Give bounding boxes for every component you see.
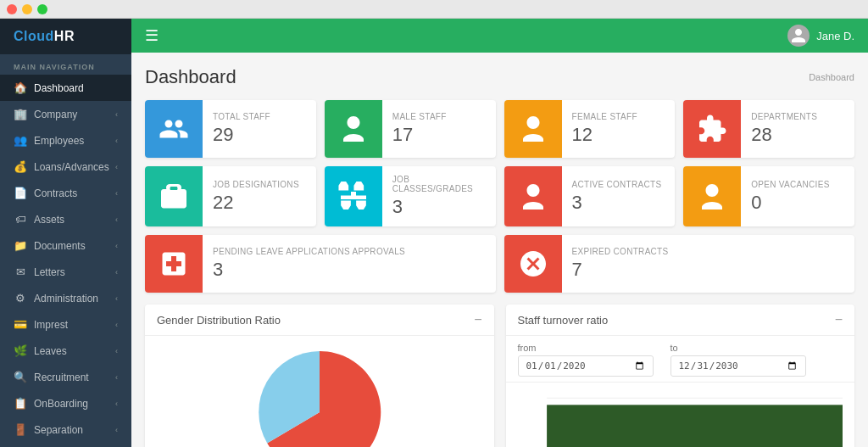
sidebar-icon-contracts: 📄 (14, 187, 27, 199)
sidebar-item-grievances[interactable]: ⚠ Grievances ‹ (0, 443, 131, 447)
sidebar-label-onboarding: OnBoarding (34, 398, 88, 410)
sidebar-item-employees[interactable]: 👥 Employees ‹ (0, 127, 131, 154)
stat-card-total-staff[interactable]: TOTAL STAFF 29 (145, 100, 316, 158)
stat-info-job-designations: JOB DESIGNATIONS 22 (203, 166, 309, 226)
stat-value-active-contracts: 3 (572, 192, 662, 214)
stat-card-pending-leave[interactable]: PENDING LEAVE APPLICATIONS APPROVALS 3 (145, 235, 496, 293)
sidebar-nav: 🏠 Dashboard 🏢 Company ‹ 👥 Employees ‹ 💰 … (0, 75, 131, 447)
sidebar-icon-letters: ✉ (14, 265, 27, 278)
stat-card-female-staff[interactable]: FEMALE STAFF 12 (504, 100, 676, 158)
sidebar-icon-imprest: 💳 (14, 318, 27, 331)
breadcrumb: Dashboard (809, 72, 854, 82)
sidebar-item-separation[interactable]: 🚪 Separation ‹ (0, 416, 131, 443)
stat-card-job-designations[interactable]: JOB DESIGNATIONS 22 (145, 166, 316, 226)
stat-icon-female-staff (504, 100, 562, 158)
sidebar-icon-separation: 🚪 (14, 423, 27, 436)
stats-grid-row2: JOB DESIGNATIONS 22 JOB CLASSES/GRADES 3… (145, 166, 854, 226)
stat-icon-expired-contracts (504, 235, 562, 293)
sidebar-item-assets[interactable]: 🏷 Assets ‹ (0, 206, 131, 232)
sidebar-icon-assets: 🏷 (14, 213, 27, 226)
chevron-icon-contracts: ‹ (115, 189, 118, 198)
sidebar-item-leaves[interactable]: 🌿 Leaves ‹ (0, 338, 131, 364)
from-label: from (518, 343, 654, 353)
sidebar-item-letters[interactable]: ✉ Letters ‹ (0, 259, 131, 285)
sidebar-item-administration[interactable]: ⚙ Administration ‹ (0, 285, 131, 311)
minimize-btn[interactable] (22, 4, 32, 14)
hamburger-icon[interactable]: ☰ (145, 26, 159, 45)
sidebar-item-dashboard[interactable]: 🏠 Dashboard (0, 75, 131, 101)
gender-pie-chart (235, 344, 404, 447)
stat-icon-job-designations (145, 166, 203, 226)
stat-info-total-staff: TOTAL STAFF 29 (203, 100, 281, 158)
page-title: Dashboard (145, 66, 236, 88)
stat-icon-active-contracts (504, 166, 562, 226)
chevron-icon-company: ‹ (115, 110, 118, 119)
sidebar-icon-recruitment: 🔍 (14, 371, 27, 383)
sidebar-item-onboarding[interactable]: 📋 OnBoarding ‹ (0, 390, 131, 416)
sidebar-icon-administration: ⚙ (14, 292, 27, 305)
stat-info-pending-leave: PENDING LEAVE APPLICATIONS APPROVALS 3 (203, 235, 415, 293)
sidebar-item-documents[interactable]: 📁 Documents ‹ (0, 232, 131, 259)
user-name: Jane D. (816, 30, 854, 42)
turnover-chart-header: Staff turnover ratio − (506, 305, 855, 336)
nav-section-label: MAIN NAVIGATION (0, 54, 131, 75)
stat-card-male-staff[interactable]: MALE STAFF 17 (325, 100, 496, 158)
turnover-minimize-btn[interactable]: − (835, 313, 843, 327)
gender-minimize-btn[interactable]: − (474, 313, 481, 327)
stat-value-total-staff: 29 (213, 124, 270, 146)
stat-icon-open-vacancies (683, 166, 741, 226)
stat-label-female-staff: FEMALE STAFF (572, 112, 637, 121)
chevron-icon-administration: ‹ (115, 294, 118, 303)
maximize-btn[interactable] (37, 4, 47, 14)
chevron-icon-documents: ‹ (115, 242, 118, 250)
stat-label-departments: DEPARTMENTS (751, 112, 817, 121)
sidebar-item-loans[interactable]: 💰 Loans/Advances ‹ (0, 154, 131, 180)
sidebar-label-leaves: Leaves (34, 345, 67, 357)
chevron-icon-separation: ‹ (115, 426, 118, 434)
from-date-input[interactable] (518, 355, 654, 377)
stat-card-expired-contracts[interactable]: EXPIRED CONTRACTS 7 (504, 235, 855, 293)
to-label: to (670, 343, 806, 353)
topbar: ☰ Jane D. (131, 19, 868, 53)
chevron-icon-assets: ‹ (115, 215, 118, 224)
to-group: to (670, 343, 806, 377)
logo-hr: HR (54, 29, 75, 43)
stat-info-female-staff: FEMALE STAFF 12 (562, 100, 648, 158)
stat-card-departments[interactable]: DEPARTMENTS 28 (683, 100, 854, 158)
sidebar-item-company[interactable]: 🏢 Company ‹ (0, 101, 131, 127)
svg-rect-4 (547, 405, 843, 447)
stat-info-job-classes: JOB CLASSES/GRADES 3 (382, 166, 496, 226)
bar-chart-area: _count (506, 383, 855, 447)
sidebar-item-contracts[interactable]: 📄 Contracts ‹ (0, 180, 131, 206)
stat-card-open-vacancies[interactable]: OPEN VACANCIES 0 (683, 166, 854, 226)
stat-label-open-vacancies: OPEN VACANCIES (751, 180, 829, 189)
sidebar-icon-onboarding: 📋 (14, 397, 27, 410)
sidebar-label-assets: Assets (34, 214, 64, 226)
close-btn[interactable] (7, 4, 17, 14)
sidebar-label-documents: Documents (34, 240, 86, 252)
stat-card-job-classes[interactable]: JOB CLASSES/GRADES 3 (325, 166, 496, 226)
chevron-icon-loans: ‹ (115, 163, 118, 171)
sidebar-icon-company: 🏢 (14, 108, 27, 120)
gender-chart-title: Gender Distribution Ratio (157, 314, 281, 327)
stat-icon-departments (683, 100, 741, 158)
sidebar-item-imprest[interactable]: 💳 Imprest ‹ (0, 311, 131, 338)
stat-value-female-staff: 12 (572, 124, 637, 146)
stat-label-male-staff: MALE STAFF (392, 112, 447, 121)
stat-label-pending-leave: PENDING LEAVE APPLICATIONS APPROVALS (213, 247, 405, 256)
to-date-input[interactable] (670, 355, 806, 377)
sidebar-item-recruitment[interactable]: 🔍 Recruitment ‹ (0, 364, 131, 390)
sidebar-label-imprest: Imprest (34, 319, 68, 331)
chevron-icon-employees: ‹ (115, 137, 118, 145)
stat-value-male-staff: 17 (392, 124, 447, 146)
stat-label-job-designations: JOB DESIGNATIONS (213, 180, 299, 189)
turnover-bar-chart: _count (518, 389, 843, 447)
stat-info-expired-contracts: EXPIRED CONTRACTS 7 (562, 235, 679, 293)
stats-grid-row1: TOTAL STAFF 29 MALE STAFF 17 FEMALE STAF… (145, 100, 854, 158)
stat-card-active-contracts[interactable]: ACTIVE CONTRACTS 3 (504, 166, 676, 226)
stat-icon-pending-leave (145, 235, 203, 293)
sidebar-logo: CloudHR (0, 19, 131, 54)
title-bar (0, 0, 868, 19)
stat-label-total-staff: TOTAL STAFF (213, 112, 270, 121)
stat-value-job-classes: 3 (392, 196, 486, 218)
